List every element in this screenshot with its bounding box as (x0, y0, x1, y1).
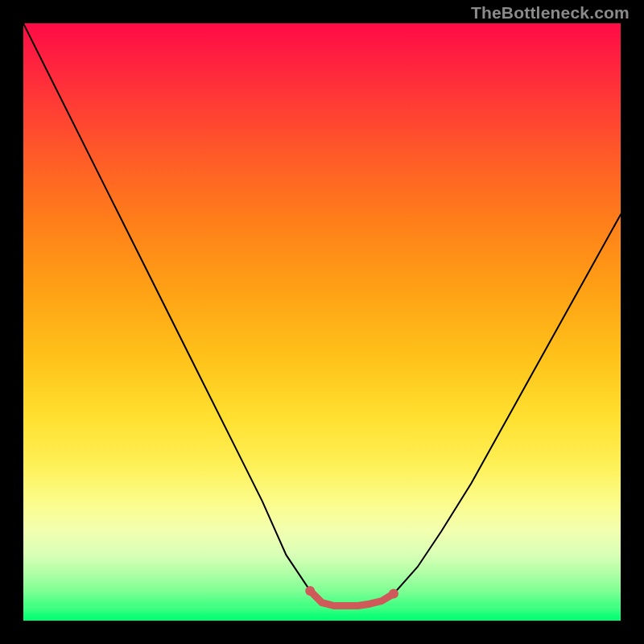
chart-frame: TheBottleneck.com (0, 0, 644, 644)
bottleneck-curve (23, 23, 621, 606)
highlight-valley (310, 591, 394, 606)
highlight-end-dot (305, 586, 315, 596)
plot-area (23, 23, 621, 621)
watermark-text: TheBottleneck.com (471, 3, 630, 23)
highlight-end-dot (389, 589, 398, 599)
chart-svg (23, 23, 621, 621)
